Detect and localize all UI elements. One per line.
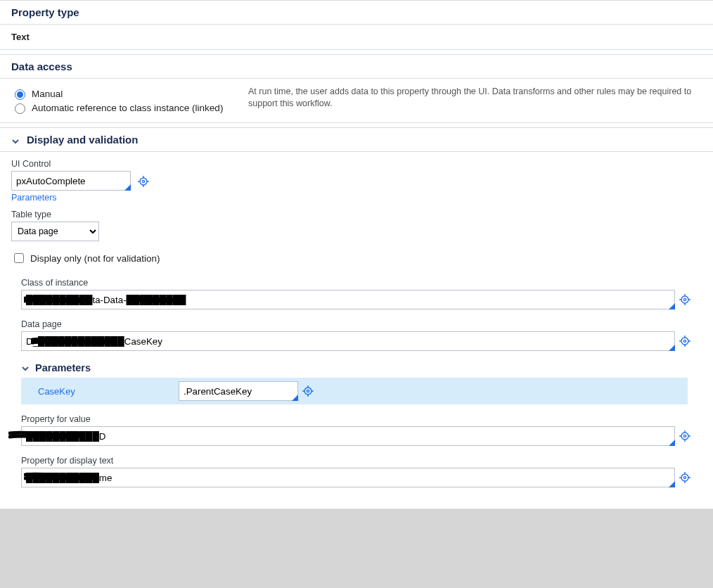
svg-point-24 [681,433,688,440]
class-of-instance-input[interactable] [21,290,675,309]
data-access-title: Data access [11,60,72,72]
svg-point-31 [683,476,686,478]
ui-control-label: UI Control [11,159,702,169]
table-type-select[interactable]: Data page [11,222,99,241]
svg-point-7 [683,298,686,300]
data-access-radio-manual[interactable]: Manual [11,87,233,100]
data-page-input[interactable] [21,331,675,351]
chevron-down-icon[interactable] [11,136,20,144]
crosshair-icon[interactable] [679,335,690,347]
property-type-header: Property type [0,1,713,25]
svg-point-19 [307,390,309,392]
property-type-value: Text [11,32,30,42]
svg-point-1 [142,180,144,182]
radio-manual-input[interactable] [15,89,25,100]
parameters-link[interactable]: Parameters [11,193,57,203]
data-page-label: Data page [21,319,702,329]
svg-point-18 [304,388,311,395]
chevron-down-icon[interactable] [21,364,30,372]
svg-point-30 [681,474,688,481]
radio-linked-label: Automatic reference to class instance (l… [32,103,223,113]
svg-point-6 [681,296,688,303]
crosshair-icon[interactable] [138,176,149,187]
display-validation-header[interactable]: Display and validation [0,128,713,152]
data-access-radio-linked[interactable]: Automatic reference to class instance (l… [11,101,233,114]
radio-linked-input[interactable] [15,103,25,114]
class-of-instance-label: Class of instance [21,278,702,288]
crosshair-icon[interactable] [302,385,314,397]
data-access-panel: Data access Manual Automatic reference t… [0,54,713,123]
parameter-name: CaseKey [38,386,179,397]
table-type-label: Table type [11,210,702,219]
ui-control-input[interactable] [11,171,131,191]
parameter-value-input[interactable] [179,381,298,401]
property-type-title: Property type [11,6,79,18]
crosshair-icon[interactable] [679,430,690,442]
property-type-panel: Property type Text [0,0,713,50]
display-validation-panel: Display and validation UI Control Parame… [0,127,713,509]
svg-point-25 [683,435,686,437]
parameters-subtitle: Parameters [35,362,91,373]
svg-point-12 [681,338,688,345]
display-only-label: Display only (not for validation) [30,253,160,264]
data-access-description: At run time, the user adds data to this … [248,86,702,115]
property-for-display-label: Property for display text [21,456,702,466]
parameters-subheader[interactable]: Parameters [21,362,702,373]
crosshair-icon[interactable] [679,472,690,483]
parameter-row: CaseKey [21,378,688,404]
property-for-value-label: Property for value [21,414,702,424]
property-for-display-input[interactable] [21,468,675,487]
crosshair-icon[interactable] [679,294,690,305]
display-validation-title: Display and validation [27,134,138,146]
svg-point-13 [683,340,686,342]
display-only-checkbox[interactable] [14,253,24,263]
data-access-header: Data access [0,55,713,79]
radio-manual-label: Manual [32,89,63,99]
display-only-checkbox-row[interactable]: Display only (not for validation) [11,251,702,265]
svg-point-0 [140,178,147,185]
property-for-value-input[interactable] [21,426,675,446]
